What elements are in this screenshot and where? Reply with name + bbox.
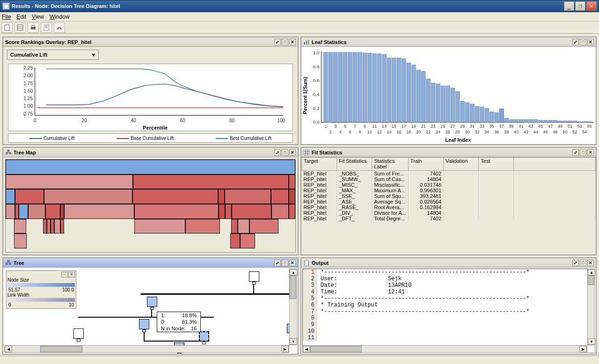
close-panel-icon[interactable]: ✕ [289, 39, 296, 45]
sas-icon[interactable] [54, 22, 65, 33]
svg-rect-82 [534, 120, 538, 123]
svg-text:1.50: 1.50 [23, 88, 33, 94]
restore-icon[interactable]: ⤢ [572, 149, 579, 156]
restore-icon[interactable]: ⤢ [572, 39, 579, 45]
svg-rect-65 [456, 92, 460, 123]
svg-text:33: 33 [480, 124, 484, 129]
svg-text:0: 0 [34, 118, 37, 123]
toolbar [0, 22, 599, 34]
panel-header-treemap[interactable]: Tree Map ⤢ □ ✕ [3, 148, 298, 157]
col-train[interactable]: Train [408, 158, 443, 171]
svg-text:0.4: 0.4 [313, 92, 320, 97]
output-horizontal-scrollbar[interactable]: ◀ ▶ [302, 345, 587, 353]
svg-text:25: 25 [440, 124, 445, 129]
table-icon[interactable] [15, 22, 26, 33]
panel-header-fit[interactable]: Fit Statistics ⤢ □ ✕ [301, 148, 596, 157]
maximize-panel-icon[interactable]: □ [580, 149, 586, 156]
svg-text:6: 6 [349, 130, 351, 134]
table-row[interactable]: REP_hitel_DIV_Divisor for A...14804 [302, 210, 596, 216]
close-button[interactable]: ✕ [586, 1, 597, 11]
table-row[interactable]: REP_hitel_SUMW_Sum of Cas...14804 [302, 176, 596, 182]
svg-rect-1 [17, 25, 23, 30]
svg-rect-52 [392, 58, 396, 123]
svg-text:0.6: 0.6 [313, 78, 320, 83]
svg-text:41: 41 [519, 124, 523, 129]
menu-view[interactable]: View [32, 14, 44, 20]
table-row[interactable]: REP_hitel_MISC_Misclassific...0.031748 [302, 182, 596, 188]
svg-rect-160 [6, 263, 7, 264]
close-panel-icon[interactable]: ✕ [289, 149, 296, 156]
panel-header-leaf[interactable]: Leaf Statistics ⤢ □ ✕ [301, 37, 596, 47]
maximize-panel-icon[interactable]: □ [282, 260, 288, 266]
restore-icon[interactable]: ⤢ [572, 260, 579, 266]
fit-statistics-table[interactable]: Target Fit Statistics Statistics Label T… [301, 157, 596, 221]
close-panel-icon[interactable]: ✕ [587, 39, 594, 45]
svg-text:37: 37 [499, 124, 504, 129]
close-panel-icon[interactable]: ✕ [587, 149, 594, 156]
restore-icon[interactable]: ⤢ [274, 39, 281, 45]
restore-icon[interactable]: ⤢ [274, 260, 281, 266]
print-icon[interactable] [28, 22, 39, 33]
output-text[interactable]: 1*--------------------------------------… [302, 269, 595, 353]
maximize-panel-icon[interactable]: □ [580, 260, 586, 266]
svg-rect-80 [524, 120, 528, 123]
svg-rect-88 [563, 121, 567, 122]
menu-window[interactable]: Window [50, 14, 70, 20]
col-validation[interactable]: Validation [444, 158, 479, 171]
svg-rect-91 [578, 122, 582, 122]
panel-tree-map: Tree Map ⤢ □ ✕ [2, 147, 299, 255]
svg-rect-72 [490, 112, 494, 122]
close-panel-icon[interactable]: ✕ [587, 260, 594, 266]
svg-rect-49 [377, 54, 381, 123]
minimize-button[interactable]: _ [564, 1, 574, 11]
svg-rect-40 [333, 52, 337, 123]
panel-output: Output ⤢ □ ✕ 1*-------------------------… [300, 257, 597, 355]
table-row[interactable]: REP_hitel_ASE_Average Sq...0.026564 [302, 199, 596, 204]
table-row[interactable]: REP_hitel_NOBS_Sum of Fre...7402 [302, 171, 596, 177]
panel-header-score[interactable]: Score Rankings Overlay: REP_hitel ⤢ □ ✕ [3, 37, 298, 47]
legend-best: Best Cumulative Lift [216, 136, 271, 141]
table-row[interactable]: REP_hitel_SSE_Sum of Squ...393.2481 [302, 193, 596, 199]
svg-rect-87 [558, 121, 562, 122]
chart-metric-dropdown[interactable]: Cumulative Lift [7, 50, 99, 60]
svg-text:11: 11 [372, 124, 377, 129]
grid-icon [303, 149, 310, 156]
window-title: Results - Node: Decision Tree Diagram: h… [12, 3, 120, 9]
svg-rect-58 [421, 71, 425, 122]
svg-text:29: 29 [460, 124, 465, 129]
new-icon[interactable] [1, 22, 13, 33]
svg-rect-85 [548, 120, 553, 122]
maximize-panel-icon[interactable]: □ [282, 149, 288, 156]
table-row[interactable]: REP_hitel_MAX_Maximum A...0.996301 [302, 188, 596, 193]
maximize-button[interactable]: ❐ [575, 1, 585, 11]
close-panel-icon[interactable]: ✕ [289, 260, 296, 266]
table-row[interactable]: REP_hitel_RASE_Root Avera...0.162984 [302, 204, 596, 210]
maximize-panel-icon[interactable]: □ [282, 39, 288, 45]
document-icon [303, 260, 310, 266]
svg-text:46: 46 [543, 130, 548, 134]
svg-rect-53 [397, 58, 401, 123]
panel-header-tree[interactable]: Tree ⤢ □ ✕ [3, 258, 298, 268]
restore-icon[interactable]: ⤢ [274, 149, 281, 156]
menu-edit[interactable]: Edit [16, 14, 26, 20]
svg-rect-161 [9, 263, 11, 264]
maximize-panel-icon[interactable]: □ [580, 39, 586, 45]
col-label[interactable]: Statistics Label [372, 158, 408, 171]
col-fitstat[interactable]: Fit Statistics [337, 158, 372, 171]
svg-text:14: 14 [387, 130, 392, 134]
tree-vertical-scrollbar[interactable]: ▲ ▼ [289, 269, 297, 345]
table-row[interactable]: REP_hitel_DFT_Total Degre...7402 [302, 216, 596, 221]
notes-icon[interactable] [41, 22, 52, 33]
panel-header-output[interactable]: Output ⤢ □ ✕ [301, 258, 596, 268]
svg-text:21: 21 [421, 124, 426, 129]
svg-rect-57 [416, 70, 421, 122]
svg-rect-90 [573, 121, 577, 122]
tree-horizontal-scrollbar[interactable]: ◀ ▶ [4, 345, 289, 353]
svg-rect-46 [363, 53, 367, 122]
col-test[interactable]: Test [479, 158, 514, 171]
menu-file[interactable]: File [2, 14, 11, 20]
col-target[interactable]: Target [302, 158, 337, 171]
output-vertical-scrollbar[interactable]: ▲ ▼ [587, 269, 595, 345]
svg-rect-43 [348, 52, 352, 123]
tree-canvas[interactable]: 1:18.8% 0:81.3% N in Node:16 [3, 268, 298, 354]
